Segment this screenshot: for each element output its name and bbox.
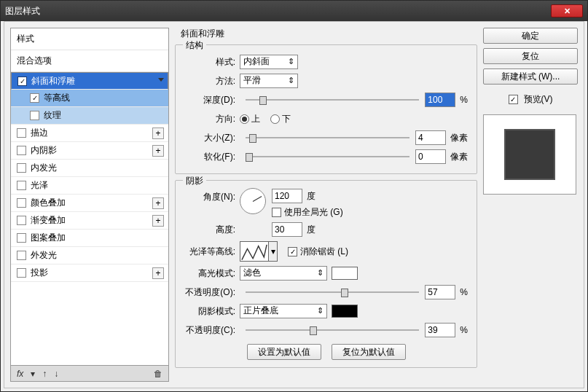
angle-label: 角度(N):	[184, 188, 235, 203]
reset-default-button[interactable]: 复位为默认值	[332, 344, 406, 360]
checkbox-icon[interactable]	[17, 128, 26, 138]
shadow-mode-label: 阴影模式:	[184, 305, 235, 318]
add-icon[interactable]: +	[152, 197, 164, 209]
soften-input[interactable]: 0	[415, 149, 446, 164]
shadow-opacity-input[interactable]: 39	[425, 323, 455, 337]
highlight-mode-value: 滤色	[243, 267, 261, 278]
dialog-body: 样式 混合选项 ✓ 斜面和浮雕 ✓ 等高线 纹理 描边 +	[4, 21, 584, 388]
antialias-label: 消除锯齿 (L)	[300, 246, 348, 258]
angle-dial[interactable]	[240, 188, 266, 214]
checkbox-icon[interactable]	[30, 111, 39, 120]
blend-options-header[interactable]: 混合选项	[11, 50, 168, 72]
checkbox-icon[interactable]	[17, 198, 26, 208]
sidebar-item-satin[interactable]: 光泽	[11, 177, 168, 195]
checkbox-icon[interactable]	[17, 181, 26, 190]
sidebar-item-outer-glow[interactable]: 外发光	[11, 247, 168, 264]
sidebar-item-bevel[interactable]: ✓ 斜面和浮雕	[11, 72, 168, 90]
sidebar-item-label: 斜面和浮雕	[31, 75, 163, 87]
direction-down-radio[interactable]	[270, 114, 280, 124]
add-icon[interactable]: +	[152, 128, 164, 139]
method-select[interactable]: 平滑	[240, 74, 298, 88]
sidebar-item-label: 颜色叠加	[31, 197, 152, 209]
preview-checkbox[interactable]	[509, 95, 518, 104]
sidebar-item-drop-shadow[interactable]: 投影 +	[11, 264, 168, 282]
arrow-down-icon[interactable]: ↓	[54, 369, 58, 379]
highlight-opacity-slider[interactable]	[246, 287, 419, 297]
altitude-unit: 度	[307, 224, 315, 236]
checkbox-icon[interactable]	[17, 233, 26, 243]
depth-input[interactable]: 100	[425, 93, 455, 107]
size-slider[interactable]	[246, 133, 409, 143]
arrow-up-icon[interactable]: ↑	[42, 369, 47, 379]
sidebar-item-label: 图案叠加	[31, 232, 164, 244]
sidebar-item-inner-glow[interactable]: 内发光	[11, 160, 168, 177]
structure-group: 结构 样式: 内斜面 方法: 平滑 深度(D): 100 % 方向:	[175, 44, 477, 174]
style-select[interactable]: 内斜面	[240, 55, 298, 69]
sidebar-item-label: 纹理	[44, 109, 164, 122]
sidebar-item-gradient-overlay[interactable]: 渐变叠加 +	[11, 212, 168, 230]
gloss-contour-picker[interactable]	[240, 241, 269, 262]
shadow-mode-value: 正片叠底	[243, 305, 278, 315]
sidebar-item-label: 等高线	[44, 92, 164, 104]
checkbox-icon[interactable]: ✓	[30, 93, 39, 103]
new-style-button[interactable]: 新建样式 (W)...	[483, 68, 578, 85]
direction-label: 方向:	[184, 113, 235, 125]
sidebar-item-texture[interactable]: 纹理	[11, 107, 168, 125]
make-default-button[interactable]: 设置为默认值	[247, 344, 321, 360]
checkbox-icon[interactable]	[17, 268, 26, 278]
sidebar-item-label: 渐变叠加	[31, 214, 152, 227]
fx-menu-icon[interactable]: fx	[17, 369, 23, 379]
sidebar-item-color-overlay[interactable]: 颜色叠加 +	[11, 195, 168, 212]
highlight-opacity-input[interactable]: 57	[425, 285, 455, 299]
soften-unit: 像素	[450, 151, 468, 163]
shadow-color-swatch[interactable]	[332, 305, 358, 318]
window-title: 图层样式	[5, 5, 551, 17]
shadow-opacity-slider[interactable]	[246, 325, 419, 335]
shadow-opacity-label: 不透明度(C):	[184, 324, 235, 337]
style-list: 样式 混合选项 ✓ 斜面和浮雕 ✓ 等高线 纹理 描边 +	[10, 28, 169, 366]
size-input[interactable]: 4	[415, 130, 446, 145]
altitude-input[interactable]: 30	[272, 222, 302, 237]
checkbox-icon[interactable]	[17, 216, 26, 225]
soften-slider[interactable]	[246, 152, 409, 162]
add-icon[interactable]: +	[152, 215, 164, 227]
close-button[interactable]: ✕	[551, 4, 583, 17]
settings-panel: 斜面和浮雕 结构 样式: 内斜面 方法: 平滑 深度(D): 100 %	[175, 28, 477, 382]
add-icon[interactable]: +	[152, 267, 164, 279]
cancel-button[interactable]: 复位	[483, 48, 578, 64]
sidebar-item-contour[interactable]: ✓ 等高线	[11, 90, 168, 107]
titlebar[interactable]: 图层样式 ✕	[1, 1, 587, 21]
angle-input[interactable]: 120	[272, 189, 302, 203]
highlight-color-swatch[interactable]	[332, 267, 358, 280]
depth-unit: %	[460, 95, 468, 105]
trash-icon[interactable]: 🗑	[154, 369, 162, 379]
preview-swatch	[504, 129, 555, 180]
sidebar-item-label: 内发光	[31, 162, 164, 174]
sidebar-item-label: 描边	[31, 127, 152, 139]
soften-label: 软化(F):	[184, 151, 235, 163]
checkbox-icon[interactable]: ✓	[17, 77, 27, 86]
checkbox-icon[interactable]	[17, 163, 26, 173]
styles-header[interactable]: 样式	[11, 28, 168, 50]
size-unit: 像素	[450, 132, 468, 144]
sidebar: 样式 混合选项 ✓ 斜面和浮雕 ✓ 等高线 纹理 描边 +	[10, 28, 169, 382]
antialias-checkbox[interactable]	[288, 247, 297, 256]
checkbox-icon[interactable]	[17, 146, 26, 155]
sidebar-item-pattern-overlay[interactable]: 图案叠加	[11, 230, 168, 247]
contour-dropdown-icon[interactable]: ▾	[269, 241, 278, 262]
sidebar-item-inner-shadow[interactable]: 内阴影 +	[11, 142, 168, 160]
checkbox-icon[interactable]	[17, 251, 26, 260]
direction-up-radio[interactable]	[240, 114, 249, 124]
sidebar-item-label: 光泽	[31, 179, 164, 192]
highlight-mode-select[interactable]: 滤色	[240, 266, 327, 281]
shadow-mode-select[interactable]: 正片叠底	[240, 304, 327, 318]
global-light-checkbox[interactable]	[272, 208, 281, 217]
structure-legend: 结构	[183, 39, 206, 52]
shading-legend: 阴影	[183, 175, 206, 187]
panel-title: 斜面和浮雕	[181, 28, 477, 40]
add-icon[interactable]: +	[152, 145, 164, 157]
style-value: 内斜面	[243, 56, 270, 66]
depth-slider[interactable]	[246, 95, 419, 105]
sidebar-item-stroke[interactable]: 描边 +	[11, 125, 168, 142]
ok-button[interactable]: 确定	[483, 28, 578, 44]
